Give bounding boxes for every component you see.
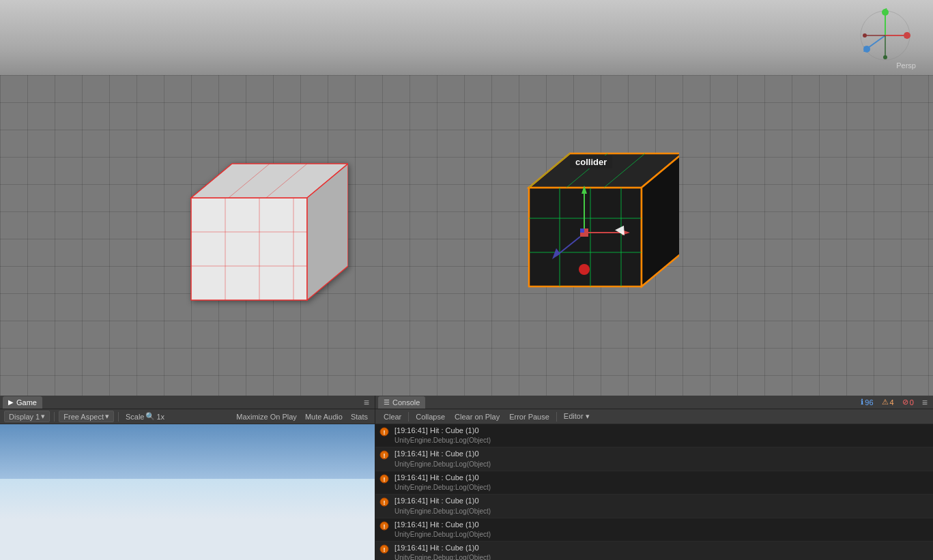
scale-icon: 🔍 bbox=[145, 412, 155, 421]
console-panel-menu[interactable]: ≡ bbox=[919, 397, 930, 408]
info-count: 96 bbox=[865, 398, 873, 407]
svg-point-31 bbox=[579, 264, 590, 275]
log-warn-icon: ! bbox=[379, 450, 390, 461]
error-pause-btn[interactable]: Error Pause bbox=[505, 412, 554, 422]
console-tab-bar: ☰ Console ℹ 96 ⚠ 4 ⊘ 0 ≡ bbox=[375, 396, 933, 409]
svg-point-43 bbox=[883, 55, 887, 59]
game-sky bbox=[0, 424, 375, 479]
editor-arrow: ▾ bbox=[586, 412, 590, 420]
log-text: [19:16:41] Hit : Cube (1)0UnityEngine.De… bbox=[394, 520, 929, 540]
console-tab-label: Console bbox=[392, 398, 420, 407]
scale-value: 1x bbox=[156, 413, 164, 421]
scale-control: Scale 🔍 1x bbox=[126, 412, 164, 421]
scene-viewport[interactable]: collider Y X Z Persp bbox=[0, 0, 933, 396]
clear-btn[interactable]: Clear bbox=[379, 412, 405, 422]
console-log[interactable]: ! [19:16:41] Hit : Cube (1)0UnityEngine.… bbox=[375, 424, 933, 560]
collapse-btn[interactable]: Collapse bbox=[412, 412, 449, 422]
log-warn-icon: ! bbox=[379, 427, 390, 438]
toolbar-sep-2 bbox=[118, 412, 119, 422]
svg-text:!: ! bbox=[384, 523, 386, 530]
scene-gizmo[interactable]: Y X Z bbox=[858, 8, 913, 63]
game-panel-menu[interactable]: ≡ bbox=[361, 397, 372, 408]
warn-count: 4 bbox=[890, 398, 894, 407]
svg-line-39 bbox=[868, 35, 885, 48]
log-warn-icon: ! bbox=[379, 497, 390, 508]
log-text: [19:16:41] Hit : Cube (1)0UnityEngine.De… bbox=[394, 543, 929, 560]
game-tab[interactable]: ▶ Game bbox=[3, 396, 42, 409]
warn-badge: ⚠ 4 bbox=[879, 398, 897, 407]
game-panel: ▶ Game ≡ Display 1 ▾ Free Aspect ▾ Scale… bbox=[0, 396, 375, 560]
maximize-on-play-btn[interactable]: Maximize On Play bbox=[233, 412, 300, 422]
svg-rect-24 bbox=[580, 229, 584, 233]
white-cube bbox=[171, 157, 348, 329]
warn-icon: ⚠ bbox=[882, 398, 889, 407]
log-text: [19:16:41] Hit : Cube (1)0UnityEngine.De… bbox=[394, 449, 929, 469]
sky-band bbox=[0, 0, 933, 82]
log-entry[interactable]: ! [19:16:41] Hit : Cube (1)0UnityEngine.… bbox=[375, 471, 933, 495]
log-warn-icon: ! bbox=[379, 544, 390, 555]
svg-text:!: ! bbox=[384, 499, 386, 506]
err-icon: ⊘ bbox=[902, 398, 908, 407]
game-toolbar: Display 1 ▾ Free Aspect ▾ Scale 🔍 1x Max… bbox=[0, 409, 375, 424]
scale-label: Scale bbox=[126, 413, 145, 421]
bottom-panels: ▶ Game ≡ Display 1 ▾ Free Aspect ▾ Scale… bbox=[0, 396, 933, 560]
info-badge: ℹ 96 bbox=[858, 398, 876, 407]
console-tab[interactable]: ☰ Console bbox=[378, 396, 425, 409]
svg-text:!: ! bbox=[384, 429, 386, 436]
log-warn-icon: ! bbox=[379, 521, 390, 532]
log-entry[interactable]: ! [19:16:41] Hit : Cube (1)0UnityEngine.… bbox=[375, 495, 933, 518]
console-badges: ℹ 96 ⚠ 4 ⊘ 0 bbox=[858, 398, 917, 407]
mute-label: Mute Audio bbox=[305, 413, 343, 421]
clear-on-play-btn[interactable]: Clear on Play bbox=[450, 412, 504, 422]
svg-text:Z: Z bbox=[863, 46, 867, 53]
stats-btn[interactable]: Stats bbox=[348, 412, 371, 422]
svg-text:X: X bbox=[904, 32, 909, 40]
log-entry[interactable]: ! [19:16:41] Hit : Cube (1)0UnityEngine.… bbox=[375, 424, 933, 447]
console-sep-2 bbox=[556, 412, 557, 422]
err-badge: ⊘ 0 bbox=[900, 398, 917, 407]
info-icon: ℹ bbox=[861, 398, 863, 407]
svg-text:Y: Y bbox=[884, 8, 889, 12]
display-arrow: ▾ bbox=[41, 412, 45, 421]
console-tab-icon: ☰ bbox=[384, 398, 390, 406]
log-entry[interactable]: ! [19:16:41] Hit : Cube (1)0UnityEngine.… bbox=[375, 518, 933, 542]
grid-floor bbox=[0, 75, 933, 396]
stats-label: Stats bbox=[351, 413, 368, 421]
game-tab-label: Game bbox=[16, 398, 37, 407]
display-label: Display 1 bbox=[9, 413, 40, 421]
editor-btn[interactable]: Editor ▾ bbox=[560, 411, 594, 422]
display-dropdown[interactable]: Display 1 ▾ bbox=[4, 411, 50, 422]
log-entry[interactable]: ! [19:16:41] Hit : Cube (1)0UnityEngine.… bbox=[375, 542, 933, 560]
err-count: 0 bbox=[910, 398, 914, 407]
game-tab-bar: ▶ Game ≡ bbox=[0, 396, 375, 409]
dark-cube-selected bbox=[515, 150, 679, 315]
svg-text:!: ! bbox=[384, 452, 386, 459]
aspect-dropdown[interactable]: Free Aspect ▾ bbox=[59, 411, 114, 422]
aspect-label: Free Aspect bbox=[63, 413, 104, 421]
log-text: [19:16:41] Hit : Cube (1)0UnityEngine.De… bbox=[394, 473, 929, 492]
aspect-arrow: ▾ bbox=[105, 412, 109, 421]
log-text: [19:16:41] Hit : Cube (1)0UnityEngine.De… bbox=[394, 426, 929, 445]
console-sep-1 bbox=[408, 412, 409, 422]
svg-point-45 bbox=[863, 33, 867, 38]
log-warn-icon: ! bbox=[379, 474, 390, 485]
svg-marker-0 bbox=[191, 198, 307, 300]
maximize-label: Maximize On Play bbox=[236, 413, 297, 421]
log-text: [19:16:41] Hit : Cube (1)0UnityEngine.De… bbox=[394, 496, 929, 516]
game-tab-icon: ▶ bbox=[8, 398, 14, 406]
collider-label: collider bbox=[570, 156, 612, 168]
editor-label: Editor bbox=[564, 412, 584, 420]
log-entry[interactable]: ! [19:16:41] Hit : Cube (1)0UnityEngine.… bbox=[375, 447, 933, 471]
perspective-label: Persp bbox=[896, 61, 916, 70]
mute-audio-btn[interactable]: Mute Audio bbox=[302, 412, 345, 422]
toolbar-sep-1 bbox=[54, 412, 55, 422]
svg-text:!: ! bbox=[384, 476, 386, 483]
console-panel: ☰ Console ℹ 96 ⚠ 4 ⊘ 0 ≡ bbox=[375, 396, 933, 560]
game-preview bbox=[0, 424, 375, 560]
svg-text:!: ! bbox=[384, 546, 386, 553]
console-toolbar: Clear Collapse Clear on Play Error Pause… bbox=[375, 409, 933, 424]
